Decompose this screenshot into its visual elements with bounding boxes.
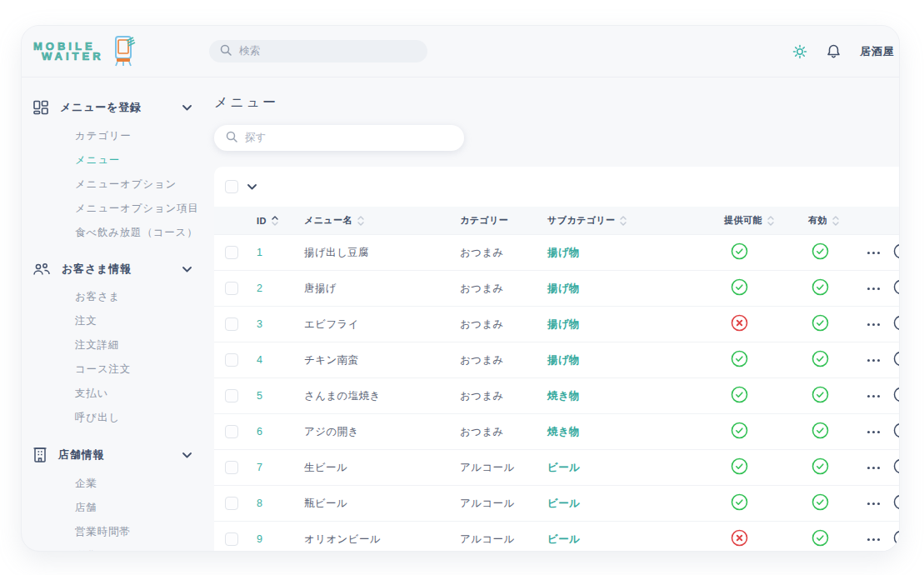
sort-carets-icon[interactable] [357,216,364,226]
cell-category: おつまみ [457,389,544,403]
sidebar-item[interactable]: 企業 [75,472,213,496]
column-header-subcategory[interactable]: サブカテゴリー [544,214,721,227]
chevron-down-icon [182,452,192,458]
sidebar-item[interactable]: 食べ飲み放題（コース） [75,221,213,245]
sidebar-item[interactable]: 注文 [75,309,213,333]
row-checkbox[interactable] [225,246,238,259]
menu-table: IDメニュー名カテゴリーサブカテゴリー提供可能有効 1揚げ出し豆腐おつまみ揚げ物… [214,167,900,552]
notifications-bell-icon[interactable] [826,43,842,59]
bulk-actions-chevron-down-icon[interactable] [247,184,257,190]
row-checkbox[interactable] [225,282,238,295]
table-search-input[interactable]: 探す [214,125,464,151]
cell-id[interactable]: 6 [251,426,301,438]
row-checkbox[interactable] [225,532,238,546]
dashboard-icon [32,99,49,116]
sort-carets-icon[interactable] [272,216,278,226]
history-clock-icon[interactable] [893,530,900,548]
table-search-placeholder: 探す [245,131,266,145]
cell-subcategory: 揚げ物 [544,246,721,260]
sidebar-item[interactable]: 注文詳細 [75,333,213,358]
row-actions-ellipsis-button[interactable] [866,499,882,508]
page-title: メニュー [214,94,900,112]
sidebar-item[interactable]: メニューオプション項目 [75,197,213,221]
available-check-circle-icon [731,458,748,478]
sidebar-item[interactable]: コース注文 [75,358,213,382]
sidebar-item[interactable]: 従業員 [75,544,213,552]
tenant-name[interactable]: 居酒屋 [860,44,895,59]
row-checkbox[interactable] [225,461,238,474]
cell-menu-name: 唐揚げ [301,282,457,296]
history-clock-icon[interactable] [893,315,900,333]
cell-category: おつまみ [457,246,544,260]
history-clock-icon[interactable] [893,458,900,477]
available-check-circle-icon [731,493,748,513]
active-check-circle-icon [812,314,829,334]
topbar-actions: 居酒屋 [792,43,895,59]
sidebar-item[interactable]: メニューオプション [75,172,213,197]
cell-menu-name: チキン南蛮 [301,353,457,368]
cell-menu-name: アジの開き [301,425,457,439]
sort-carets-icon[interactable] [620,216,627,226]
history-clock-icon[interactable] [893,351,900,369]
row-actions-ellipsis-button[interactable] [866,428,882,437]
row-actions-ellipsis-button[interactable] [866,356,882,365]
sidebar-section-header-store-info[interactable]: 店舗情報 [22,443,213,467]
row-checkbox[interactable] [225,425,238,438]
row-actions-ellipsis-button[interactable] [866,248,882,258]
cell-id[interactable]: 7 [251,462,301,473]
cell-id[interactable]: 5 [251,390,301,402]
active-check-circle-icon [812,493,829,513]
cell-subcategory: ビール [544,532,721,547]
row-checkbox[interactable] [225,318,238,331]
sidebar-section-header-customer-info[interactable]: お客さま情報 [22,258,213,280]
history-clock-icon[interactable] [893,494,900,512]
column-header-name[interactable]: メニュー名 [301,214,457,227]
sidebar-section-header-menu-register[interactable]: メニューを登録 [22,96,213,119]
sidebar-item[interactable]: カテゴリー [75,124,213,148]
cell-id[interactable]: 4 [251,354,301,366]
sidebar-item[interactable]: 支払い [75,382,213,406]
global-search-input[interactable]: 検索 [209,40,427,62]
cell-id[interactable]: 9 [251,533,301,545]
sidebar-item[interactable]: メニュー [75,148,213,172]
history-clock-icon[interactable] [893,422,900,441]
logo-line2: WAITER [33,52,104,62]
row-actions-ellipsis-button[interactable] [866,535,882,544]
column-header-id[interactable]: ID [251,216,301,226]
theme-sun-icon[interactable] [792,44,807,59]
cell-subcategory: 焼き物 [544,425,721,439]
cell-id[interactable]: 2 [251,282,301,294]
active-check-circle-icon [812,458,829,478]
cell-category: おつまみ [457,282,544,296]
table-row: 2唐揚げおつまみ揚げ物 [214,270,900,306]
chevron-down-icon [182,267,192,272]
cell-menu-name: さんまの塩焼き [301,389,457,403]
available-check-circle-icon [731,422,748,442]
sidebar-item[interactable]: 営業時間帯 [75,520,213,544]
cell-subcategory: ビール [544,497,721,511]
select-all-checkbox[interactable] [225,180,238,193]
cell-id[interactable]: 8 [251,498,301,509]
column-header-active[interactable]: 有効 [805,214,861,227]
users-icon [32,262,51,277]
row-checkbox[interactable] [225,389,238,402]
row-checkbox[interactable] [225,353,238,367]
history-clock-icon[interactable] [893,243,900,262]
row-actions-ellipsis-button[interactable] [866,320,882,329]
column-header-available[interactable]: 提供可能 [721,214,805,227]
sidebar-item[interactable]: 呼び出し [75,406,213,430]
available-x-circle-icon [731,314,748,334]
active-check-circle-icon [812,529,829,549]
row-checkbox[interactable] [225,497,238,510]
row-actions-ellipsis-button[interactable] [866,284,882,293]
history-clock-icon[interactable] [893,387,900,405]
sort-carets-icon[interactable] [767,216,774,226]
row-actions-ellipsis-button[interactable] [866,392,882,401]
sidebar-item[interactable]: お客さま [75,285,213,309]
sort-carets-icon[interactable] [832,216,839,226]
cell-id[interactable]: 3 [251,318,301,330]
cell-id[interactable]: 1 [251,247,301,258]
sidebar-item[interactable]: 店舗 [75,496,213,520]
row-actions-ellipsis-button[interactable] [866,463,882,472]
history-clock-icon[interactable] [893,279,900,298]
